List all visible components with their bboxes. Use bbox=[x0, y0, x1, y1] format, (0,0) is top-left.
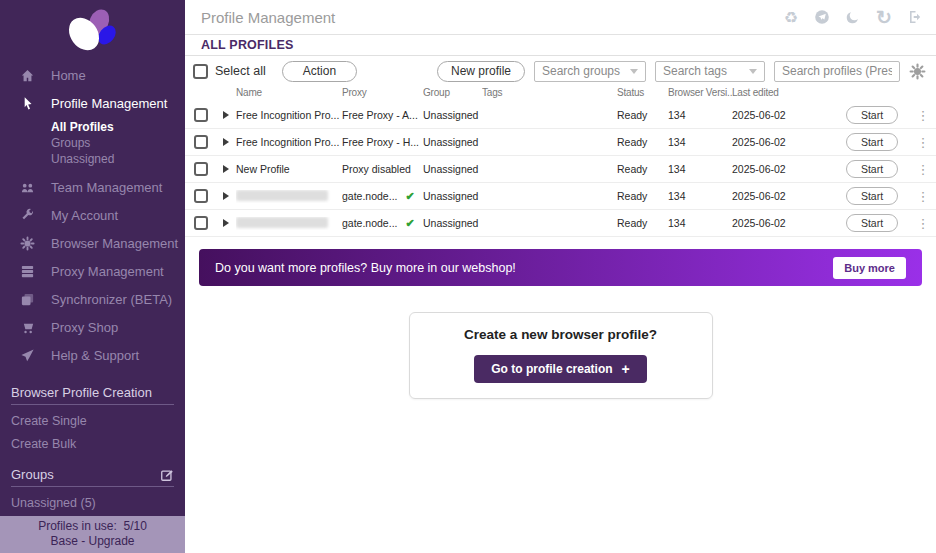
table-row: Free Incognition Pro... Free Proxy - H..… bbox=[185, 129, 936, 156]
group-value: Unassigned bbox=[423, 163, 482, 175]
sidebar-item-team-management[interactable]: Team Management bbox=[0, 173, 185, 201]
recycle-icon[interactable]: ♻ bbox=[782, 8, 800, 26]
sidebar-item-proxy-shop[interactable]: Proxy Shop bbox=[0, 313, 185, 341]
row-menu-icon[interactable]: ⋮ bbox=[910, 163, 936, 176]
sidebar-item-profile-management[interactable]: Profile Management bbox=[0, 89, 185, 117]
buy-more-button[interactable]: Buy more bbox=[833, 257, 906, 279]
logo-icon bbox=[57, 5, 129, 57]
expand-caret-icon[interactable] bbox=[223, 192, 229, 200]
expand-caret-icon[interactable] bbox=[223, 138, 229, 146]
expand-caret-icon[interactable] bbox=[223, 219, 229, 227]
section-header: Groups bbox=[11, 467, 54, 482]
last-edited-value: 2025-06-02 bbox=[732, 190, 845, 202]
sidebar-item-proxy-management[interactable]: Proxy Management bbox=[0, 257, 185, 285]
tab-all-profiles[interactable]: ALL PROFILES bbox=[201, 38, 293, 52]
telegram-icon[interactable] bbox=[813, 8, 831, 26]
profile-name: Free Incognition Pro... bbox=[236, 109, 342, 121]
sidebar-item-help-support[interactable]: Help & Support bbox=[0, 341, 185, 369]
row-checkbox[interactable] bbox=[194, 216, 208, 230]
search-tags-select[interactable]: Search tags bbox=[655, 61, 765, 82]
header-icons: ♻ ↻ bbox=[782, 8, 924, 26]
browser-profile-creation-section: Browser Profile Creation Create Single C… bbox=[11, 385, 174, 451]
expand-caret-icon[interactable] bbox=[223, 111, 229, 119]
dark-mode-moon-icon[interactable] bbox=[844, 8, 862, 26]
proxy-value: Proxy disabled bbox=[342, 163, 423, 175]
create-profile-card: Create a new browser profile? Go to prof… bbox=[409, 312, 713, 399]
status-value: Ready bbox=[617, 190, 668, 202]
sidebar-item-home[interactable]: Home bbox=[0, 61, 185, 89]
browser-version-value: 134 bbox=[668, 136, 732, 148]
profile-name: Free Incognition Pro... bbox=[236, 136, 342, 148]
start-button[interactable]: Start bbox=[846, 160, 898, 178]
proxy-value: Free Proxy - H... bbox=[342, 136, 423, 148]
last-edited-value: 2025-06-02 bbox=[732, 217, 845, 229]
sidebar-footer: Profiles in use: 5/10 Base - Upgrade bbox=[0, 516, 185, 553]
plan-upgrade-link[interactable]: Base - Upgrade bbox=[0, 534, 185, 549]
profiles-in-use: Profiles in use: 5/10 bbox=[0, 519, 185, 534]
start-button[interactable]: Start bbox=[846, 133, 898, 151]
sidebar-item-label: Proxy Shop bbox=[51, 320, 118, 335]
search-profiles-input[interactable] bbox=[774, 61, 900, 82]
row-checkbox[interactable] bbox=[194, 108, 208, 122]
sidebar-item-all-profiles[interactable]: All Profiles bbox=[51, 119, 185, 135]
cursor-icon bbox=[18, 95, 36, 111]
row-menu-icon[interactable]: ⋮ bbox=[910, 109, 936, 122]
cart-icon bbox=[18, 319, 36, 335]
select-all-checkbox[interactable] bbox=[193, 64, 208, 79]
sidebar-item-unassigned[interactable]: Unassigned bbox=[51, 151, 185, 167]
row-checkbox[interactable] bbox=[194, 135, 208, 149]
toolbar: Select all Action New profile Search gro… bbox=[185, 56, 936, 83]
groups-section: Groups Unassigned (5) bbox=[11, 467, 174, 510]
sidebar: Home Profile Management All Profiles Gro… bbox=[0, 0, 185, 553]
row-menu-icon[interactable]: ⋮ bbox=[910, 217, 936, 230]
browser-version-value: 134 bbox=[668, 190, 732, 202]
sidebar-item-browser-management[interactable]: Browser Management bbox=[0, 229, 185, 257]
row-checkbox[interactable] bbox=[194, 162, 208, 176]
group-value: Unassigned bbox=[423, 136, 482, 148]
sidebar-item-create-single[interactable]: Create Single bbox=[11, 414, 174, 428]
proxy-value: gate.node... bbox=[342, 190, 397, 202]
edit-groups-icon[interactable] bbox=[160, 468, 174, 482]
search-groups-select[interactable]: Search groups bbox=[534, 61, 646, 82]
app-logo bbox=[0, 0, 185, 61]
expand-caret-icon[interactable] bbox=[223, 165, 229, 173]
proxy-value: gate.node... bbox=[342, 217, 397, 229]
redacted-name bbox=[236, 190, 328, 201]
action-button[interactable]: Action bbox=[282, 61, 357, 82]
start-button[interactable]: Start bbox=[846, 187, 898, 205]
column-header-status: Status bbox=[617, 87, 668, 98]
sidebar-item-label: Help & Support bbox=[51, 348, 139, 363]
proxy-verified-check-icon: ✔ bbox=[405, 217, 414, 230]
row-menu-icon[interactable]: ⋮ bbox=[910, 136, 936, 149]
refresh-icon[interactable]: ↻ bbox=[875, 8, 893, 26]
table-settings-gear-icon[interactable] bbox=[909, 63, 926, 80]
sidebar-item-label: Synchronizer (BETA) bbox=[51, 292, 172, 307]
sidebar-item-group-unassigned[interactable]: Unassigned (5) bbox=[11, 496, 174, 510]
row-menu-icon[interactable]: ⋮ bbox=[910, 190, 936, 203]
sidebar-item-create-bulk[interactable]: Create Bulk bbox=[11, 437, 174, 451]
redacted-name bbox=[236, 217, 328, 228]
sidebar-item-synchronizer[interactable]: Synchronizer (BETA) bbox=[0, 285, 185, 313]
table-header: Name Proxy Group Tags Status Browser Ver… bbox=[185, 83, 936, 102]
group-value: Unassigned bbox=[423, 217, 482, 229]
logout-icon[interactable] bbox=[906, 8, 924, 26]
go-to-profile-creation-button[interactable]: Go to profile creation + bbox=[474, 355, 647, 383]
last-edited-value: 2025-06-02 bbox=[732, 109, 845, 121]
new-profile-button[interactable]: New profile bbox=[437, 61, 525, 82]
browser-version-value: 134 bbox=[668, 163, 732, 175]
proxy-value: Free Proxy - A... bbox=[342, 109, 423, 121]
profile-management-subnav: All Profiles Groups Unassigned bbox=[0, 117, 185, 173]
team-icon bbox=[18, 179, 36, 195]
row-checkbox[interactable] bbox=[194, 189, 208, 203]
sidebar-item-label: Profile Management bbox=[51, 96, 167, 111]
chevron-down-icon bbox=[630, 69, 638, 74]
sidebar-item-groups[interactable]: Groups bbox=[51, 135, 185, 151]
start-button[interactable]: Start bbox=[846, 106, 898, 124]
profile-name: New Profile bbox=[236, 163, 342, 175]
sidebar-item-label: Browser Management bbox=[51, 236, 178, 251]
copy-icon bbox=[18, 291, 36, 307]
home-icon bbox=[18, 67, 36, 83]
sidebar-item-my-account[interactable]: My Account bbox=[0, 201, 185, 229]
table-row: gate.node... ✔ Unassigned Ready 134 2025… bbox=[185, 210, 936, 237]
start-button[interactable]: Start bbox=[846, 214, 898, 232]
